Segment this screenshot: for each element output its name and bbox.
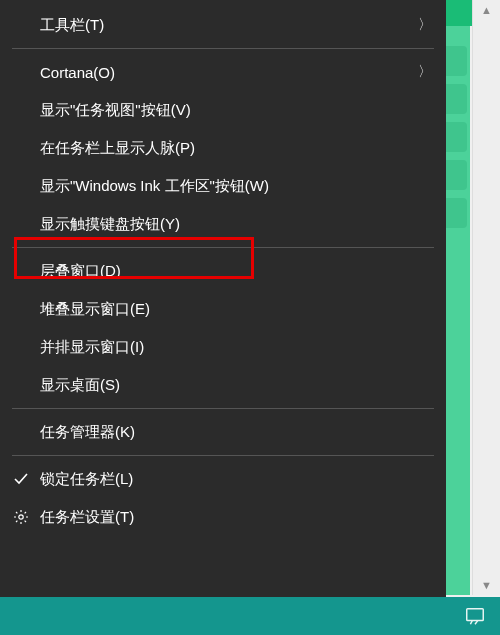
menu-item-side-by-side-windows[interactable]: 并排显示窗口(I)	[0, 328, 446, 366]
menu-item-label: 任务管理器(K)	[40, 423, 135, 442]
menu-item-label: 显示"Windows Ink 工作区"按钮(W)	[40, 177, 269, 196]
chevron-right-icon: 〉	[418, 16, 432, 34]
scroll-down-arrow-icon[interactable]: ▼	[473, 575, 500, 595]
menu-item-label: 在任务栏上显示人脉(P)	[40, 139, 195, 158]
menu-item-cascade-windows[interactable]: 层叠窗口(D)	[0, 252, 446, 290]
menu-item-label: 显示"任务视图"按钮(V)	[40, 101, 191, 120]
vertical-scrollbar[interactable]: ▲ ▼	[472, 0, 500, 595]
menu-item-label: 任务栏设置(T)	[40, 508, 134, 527]
menu-item-task-manager[interactable]: 任务管理器(K)	[0, 413, 446, 451]
menu-item-label: 显示触摸键盘按钮(Y)	[40, 215, 180, 234]
windows-taskbar[interactable]	[0, 597, 500, 635]
svg-rect-1	[467, 609, 484, 621]
menu-item-stacked-windows[interactable]: 堆叠显示窗口(E)	[0, 290, 446, 328]
menu-item-label: 锁定任务栏(L)	[40, 470, 133, 489]
svg-point-0	[19, 515, 23, 519]
menu-item-lock-taskbar[interactable]: 锁定任务栏(L)	[0, 460, 446, 498]
menu-item-label: 并排显示窗口(I)	[40, 338, 144, 357]
gear-icon	[12, 508, 30, 526]
menu-item-show-ink-workspace[interactable]: 显示"Windows Ink 工作区"按钮(W)	[0, 167, 446, 205]
menu-separator	[12, 408, 434, 409]
menu-item-show-touch-keyboard[interactable]: 显示触摸键盘按钮(Y)	[0, 205, 446, 243]
menu-item-cortana[interactable]: Cortana(O) 〉	[0, 53, 446, 91]
menu-item-toolbars[interactable]: 工具栏(T) 〉	[0, 6, 446, 44]
menu-item-label: 显示桌面(S)	[40, 376, 120, 395]
menu-item-show-people[interactable]: 在任务栏上显示人脉(P)	[0, 129, 446, 167]
menu-separator	[12, 455, 434, 456]
menu-item-label: 层叠窗口(D)	[40, 262, 121, 281]
checkmark-icon	[12, 470, 30, 488]
chevron-right-icon: 〉	[418, 63, 432, 81]
menu-separator	[12, 48, 434, 49]
menu-item-label: 堆叠显示窗口(E)	[40, 300, 150, 319]
scroll-up-arrow-icon[interactable]: ▲	[473, 0, 500, 20]
menu-item-show-task-view[interactable]: 显示"任务视图"按钮(V)	[0, 91, 446, 129]
action-center-icon[interactable]	[464, 605, 486, 627]
taskbar-context-menu: 工具栏(T) 〉 Cortana(O) 〉 显示"任务视图"按钮(V) 在任务栏…	[0, 0, 446, 603]
menu-item-label: Cortana(O)	[40, 64, 115, 81]
menu-item-label: 工具栏(T)	[40, 16, 104, 35]
menu-item-taskbar-settings[interactable]: 任务栏设置(T)	[0, 498, 446, 536]
menu-separator	[12, 247, 434, 248]
menu-item-show-desktop[interactable]: 显示桌面(S)	[0, 366, 446, 404]
